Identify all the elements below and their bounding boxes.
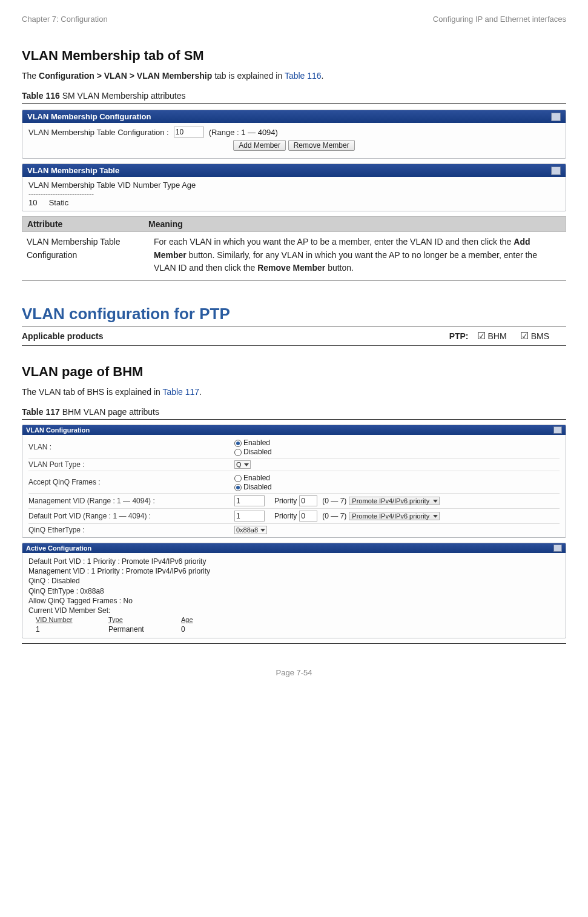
table-117-caption: Table 117 BHM VLAN page attributs xyxy=(22,407,566,417)
default-priority-select-value: Promote IPv4/IPv6 priority xyxy=(352,512,429,520)
qinq-ether-label: QinQ EtherType : xyxy=(28,526,234,534)
bms-label: BMS xyxy=(531,331,549,341)
label-qinq-enabled: Enabled xyxy=(243,474,270,482)
intro-end: . xyxy=(322,71,324,81)
attr-row1-attribute: VLAN Membership Table Configuration xyxy=(27,236,154,275)
panel-collapse-icon[interactable] xyxy=(551,113,561,121)
active-row-v1: 1 xyxy=(36,624,84,634)
row1-type: Static xyxy=(49,198,69,207)
mgmt-priority-select-value: Promote IPv4/IPv6 priority xyxy=(352,497,429,505)
header-left: Chapter 7: Configuration xyxy=(22,15,108,24)
section-vlan-page-bhm-title: VLAN page of BHM xyxy=(22,364,566,380)
membership-config-row-label: VLAN Membership Table Configuration : xyxy=(28,128,169,137)
attr-bottom-rule xyxy=(22,280,566,280)
active-col-h2: Type xyxy=(108,615,157,624)
mgmt-vid-input[interactable]: 1 xyxy=(234,495,265,506)
table-116-caption-rest: SM VLAN Membership attributes xyxy=(60,91,186,101)
qinq-ether-select[interactable]: 0x88a8 xyxy=(234,526,267,534)
active-line-3: QinQ : Disabled xyxy=(28,576,560,586)
membership-config-value-input[interactable]: 10 xyxy=(174,127,204,137)
s3-intro-pre: The VLAN tab of BHS is explained in xyxy=(22,387,162,397)
active-line-4: QinQ EthType : 0x88a8 xyxy=(28,586,560,596)
panel-vlan-membership-config: VLAN Membership Configuration VLAN Membe… xyxy=(22,110,566,159)
header-right: Configuring IP and Ethernet interfaces xyxy=(433,15,566,24)
panel-header-active-configuration: Active Configuration xyxy=(22,543,566,553)
check-bhm-icon: ☑ xyxy=(477,330,486,342)
caption-rule-1 xyxy=(22,103,566,104)
page-header: Chapter 7: Configuration Configuring IP … xyxy=(22,15,566,24)
link-table-116[interactable]: Table 116 xyxy=(285,71,322,81)
table-117-caption-rest: BHM VLAN page attributs xyxy=(60,407,159,417)
table-116-caption: Table 116 SM VLAN Membership attributes xyxy=(22,91,566,101)
bottom-rule xyxy=(22,643,566,644)
link-table-117[interactable]: Table 117 xyxy=(162,387,199,397)
ptp-label: PTP: xyxy=(449,331,469,341)
mgmt-priority-select[interactable]: Promote IPv4/IPv6 priority xyxy=(349,497,440,505)
intro-prefix: The xyxy=(22,71,39,81)
section3-intro: The VLAN tab of BHS is explained in Tabl… xyxy=(22,386,566,399)
check-bms-icon: ☑ xyxy=(520,330,529,342)
radio-vlan-enabled[interactable] xyxy=(234,440,242,447)
port-type-label: VLAN Port Type : xyxy=(28,460,234,469)
active-col-h1: VID Number xyxy=(36,615,84,624)
meaning-pre: For each VLAN in which you want the AP t… xyxy=(154,237,514,247)
bhm-label: BHM xyxy=(488,331,507,341)
panel-title-active-configuration: Active Configuration xyxy=(26,545,91,552)
membership-table-row-1: 10 Static xyxy=(28,198,560,207)
active-line-5: Allow QinQ Tagged Frames : No xyxy=(28,596,560,606)
active-row-v2: Permanent xyxy=(108,624,157,634)
panel-title-membership-config: VLAN Membership Configuration xyxy=(27,112,151,121)
label-qinq-disabled: Disabled xyxy=(243,483,272,491)
active-line-2: Management VID : 1 Priority : Promote IP… xyxy=(28,566,560,576)
mgmt-priority-label: Priority xyxy=(274,497,297,505)
row1-vid: 10 xyxy=(28,198,47,207)
caption-rule-2 xyxy=(22,419,566,420)
attr-table-row-1: VLAN Membership Table Configuration For … xyxy=(22,232,566,279)
section-vlan-config-ptp-title: VLAN configuration for PTP xyxy=(22,305,566,323)
section-vlan-membership-sm-title: VLAN Membership tab of SM xyxy=(22,48,566,64)
mgmt-priority-input[interactable]: 0 xyxy=(299,495,317,506)
meaning-b2: Remove Member xyxy=(257,263,325,273)
intro-suffix: tab is explained in xyxy=(212,71,285,81)
radio-qinq-enabled[interactable] xyxy=(234,475,242,482)
panel-header-membership-config: VLAN Membership Configuration xyxy=(22,110,566,123)
port-type-select[interactable]: Q xyxy=(234,460,251,469)
attr-header-meaning: Meaning xyxy=(148,219,183,229)
active-line-6: Current VID Member Set: xyxy=(28,606,560,615)
vlan-row-label: VLAN : xyxy=(28,443,234,451)
table-117-caption-bold: Table 117 xyxy=(22,407,60,417)
add-member-button[interactable]: Add Member xyxy=(233,140,286,151)
qinq-ether-value: 0x88a8 xyxy=(236,526,258,534)
radio-vlan-disabled[interactable] xyxy=(234,449,242,456)
membership-config-range: (Range : 1 — 4094) xyxy=(209,128,278,137)
panel-header-vlan-configuration: VLAN Configuration xyxy=(22,425,566,435)
active-line-1: Default Port VID : 1 Priority : Promote … xyxy=(28,557,560,566)
applicable-products-label: Applicable products xyxy=(22,331,449,341)
default-priority-label: Priority xyxy=(274,512,297,520)
attr-row1-meaning: For each VLAN in which you want the AP t… xyxy=(154,236,561,275)
chevron-down-icon-4 xyxy=(260,529,265,532)
label-enabled: Enabled xyxy=(243,439,270,447)
panel-vlan-membership-table: VLAN Membership Table VLAN Membership Ta… xyxy=(22,164,566,211)
applicable-products-row: Applicable products PTP: ☑ BHM ☑ BMS xyxy=(22,326,566,346)
radio-qinq-disabled[interactable] xyxy=(234,484,242,491)
page-footer: Page 7-54 xyxy=(22,668,566,677)
mgmt-priority-range: (0 — 7) xyxy=(322,497,346,505)
chevron-down-icon-2 xyxy=(433,500,438,503)
panel-vlan-configuration: VLAN Configuration VLAN : Enabled Disabl… xyxy=(22,425,566,538)
section1-intro: The Configuration > VLAN > VLAN Membersh… xyxy=(22,70,566,82)
default-priority-select[interactable]: Promote IPv4/IPv6 priority xyxy=(349,512,440,520)
qinq-frames-label: Accept QinQ Frames : xyxy=(28,478,234,486)
remove-member-button[interactable]: Remove Member xyxy=(288,140,355,151)
default-priority-range: (0 — 7) xyxy=(322,512,346,520)
membership-table-divider: --------------------------- xyxy=(28,190,560,198)
default-priority-input[interactable]: 0 xyxy=(299,511,317,521)
attr-table-header: Attribute Meaning xyxy=(22,216,566,232)
panel-collapse-icon-4[interactable] xyxy=(553,545,562,552)
panel-collapse-icon-3[interactable] xyxy=(553,426,562,434)
mgmt-vid-label: Management VID (Range : 1 — 4094) : xyxy=(28,497,234,505)
panel-collapse-icon-2[interactable] xyxy=(551,167,561,175)
s3-intro-post: . xyxy=(199,387,202,397)
default-vid-input[interactable]: 1 xyxy=(234,511,265,521)
panel-title-membership-table: VLAN Membership Table xyxy=(27,166,119,175)
